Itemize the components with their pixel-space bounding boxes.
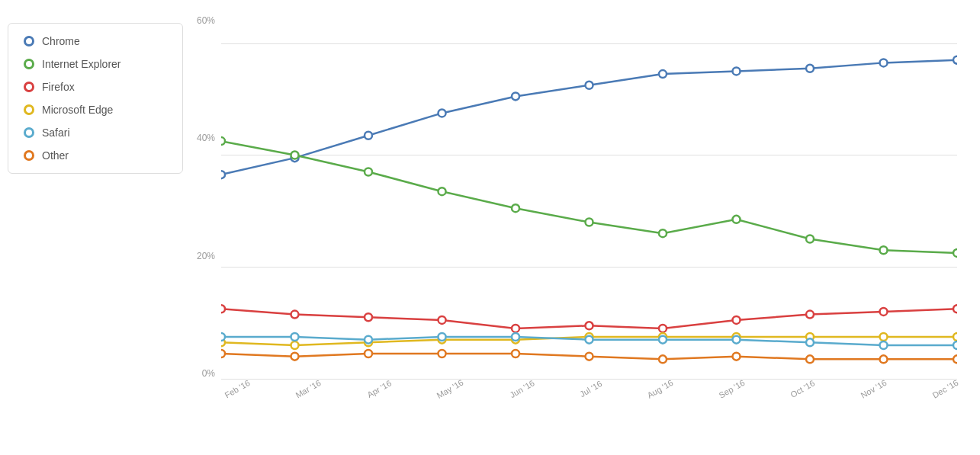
y-label: 20% [197,251,215,261]
dot-firefox-2 [365,313,372,321]
dot-edge-9 [880,333,888,341]
dot-chrome-7 [733,67,741,75]
dot-chrome-2 [365,132,372,139]
dot-ie-8 [806,236,814,243]
dot-other-5 [586,353,593,360]
dot-other-4 [512,350,519,357]
legend-label-other: Other [42,149,69,162]
legend-item-edge: Microsoft Edge [24,104,167,116]
dot-firefox-9 [880,308,888,316]
dot-ie-5 [586,219,593,226]
legend-dot-ie [24,59,34,69]
y-label: 0% [202,368,215,379]
chart-container: Chrome Internet Explorer Firefox Microso… [0,0,980,455]
dot-ie-10 [953,249,957,257]
dot-edge-10 [953,333,957,341]
x-label: Sep '16 [718,378,747,400]
dot-safari-7 [733,336,741,344]
dot-chrome-4 [512,92,519,100]
legend-label-edge: Microsoft Edge [42,104,113,116]
dot-ie-0 [221,137,225,145]
legend-label-firefox: Firefox [42,81,75,93]
legend-dot-edge [24,104,34,115]
x-label: Oct '16 [789,378,817,399]
legend-label-ie: Internet Explorer [42,58,121,70]
dot-chrome-3 [439,109,446,117]
dot-other-1 [291,353,299,360]
dot-other-7 [733,353,741,360]
legend-label-chrome: Chrome [42,35,80,47]
dot-other-9 [880,355,888,363]
legend-item-firefox: Firefox [24,81,167,93]
x-label: Nov '16 [859,378,888,400]
x-label: Aug '16 [646,378,675,400]
dot-other-8 [806,355,814,363]
dot-firefox-10 [953,305,957,312]
y-axis: 60%40%20%0% [191,15,221,379]
dot-ie-1 [291,151,299,159]
dot-safari-2 [365,336,372,344]
dot-safari-9 [880,341,888,349]
dot-other-2 [365,350,372,357]
dot-ie-2 [365,168,372,175]
x-label: Jun '16 [508,378,535,399]
dot-safari-8 [806,338,814,346]
dot-safari-5 [586,336,593,344]
dot-safari-4 [512,333,519,341]
line-chrome [221,60,957,175]
x-label: Apr '16 [365,378,393,399]
x-label: May '16 [435,377,465,399]
dot-safari-3 [439,333,446,341]
dot-other-0 [221,350,225,357]
dot-firefox-1 [291,311,299,319]
legend-dot-safari [24,127,34,138]
legend-dot-chrome [24,36,34,46]
legend-label-safari: Safari [42,127,70,139]
x-label: Mar '16 [294,378,323,400]
dot-firefox-6 [659,325,667,332]
dot-chrome-0 [221,171,225,178]
dot-chrome-8 [806,65,814,72]
dot-ie-7 [733,216,741,223]
legend-item-other: Other [24,149,167,162]
legend-item-safari: Safari [24,127,167,139]
dot-firefox-5 [586,322,593,329]
x-axis: Feb '16Mar '16Apr '16May '16Jun '16Jul '… [221,379,957,409]
dot-ie-9 [880,246,888,254]
dot-safari-0 [221,333,225,341]
dot-other-6 [659,355,667,363]
chart-area: 60%40%20%0% Feb '16Mar '16Apr '16May '16… [191,15,957,409]
legend-dot-other [24,150,34,161]
dot-other-3 [439,350,446,357]
legend-item-ie: Internet Explorer [24,58,167,70]
legend-item-chrome: Chrome [24,35,167,47]
dot-firefox-4 [512,325,519,332]
line-ie [221,141,957,253]
y-label: 40% [197,133,215,143]
legend: Chrome Internet Explorer Firefox Microso… [8,23,183,174]
x-label: Dec '16 [931,378,960,400]
dot-chrome-9 [880,59,888,66]
chart-svg [221,15,957,379]
x-label: Feb '16 [223,378,251,400]
dot-firefox-0 [221,305,225,312]
x-label: Jul '16 [578,379,603,399]
dot-ie-3 [439,187,446,195]
dot-safari-6 [659,336,667,344]
dot-chrome-6 [659,70,667,78]
legend-dot-firefox [24,82,34,92]
dot-other-10 [953,355,957,363]
dot-safari-10 [953,341,957,349]
dot-chrome-5 [586,82,593,89]
dot-safari-1 [291,333,299,341]
dot-edge-1 [291,341,299,349]
dot-firefox-8 [806,311,814,319]
dot-ie-6 [659,229,667,237]
dot-chrome-10 [953,56,957,64]
dot-firefox-7 [733,316,741,324]
dot-ie-4 [512,204,519,212]
y-label: 60% [197,15,215,26]
dot-firefox-3 [439,316,446,324]
grid-and-plot [221,15,957,379]
